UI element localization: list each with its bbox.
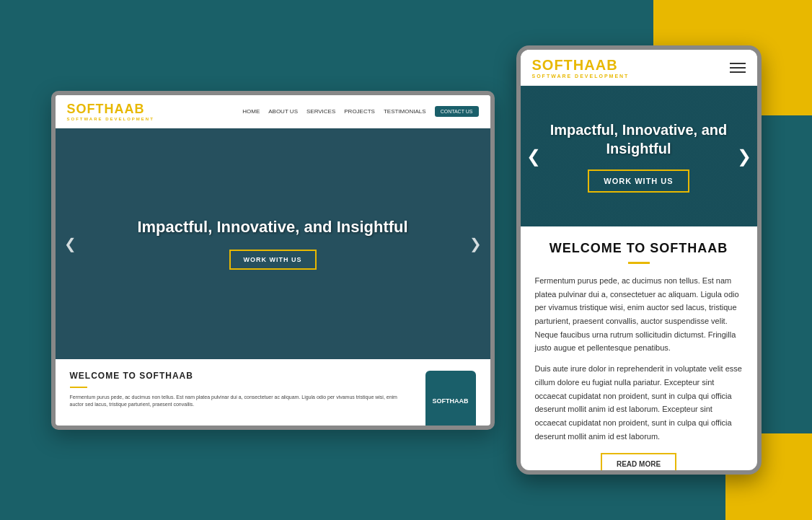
mobile-welcome-divider: [628, 262, 650, 264]
desktop-logo-sub: SOFTWARE DEVELOPMENT: [67, 117, 154, 121]
desktop-hero: Impactful, Innovative, and Insightful WO…: [56, 128, 490, 359]
desktop-welcome-divider: [70, 387, 87, 388]
desktop-arrow-right[interactable]: ❯: [469, 235, 482, 252]
desktop-nav-links: HOME ABOUT US SERVICES PROJECTS TESTIMON…: [242, 106, 478, 117]
mobile-logo-text2: HAAB: [573, 57, 618, 73]
desktop-arrow-left[interactable]: ❮: [64, 235, 76, 252]
mobile-logo-text1: SOFT: [532, 57, 573, 73]
desktop-welcome-section: WELCOME TO SOFTHAAB Fermentum purus pede…: [56, 359, 490, 430]
main-container: SOFTHAAB SOFTWARE DEVELOPMENT HOME ABOUT…: [0, 0, 812, 520]
mobile-logo-sub: SOFTWARE DEVELOPMENT: [532, 74, 630, 79]
nav-contact-btn[interactable]: CONTACT US: [435, 106, 479, 117]
hamburger-line-2: [730, 67, 746, 69]
phone-preview-logo: SOFTHAAB: [433, 397, 469, 405]
mobile-nav: SOFTHAAB SOFTWARE DEVELOPMENT: [521, 50, 757, 86]
mobile-arrow-right[interactable]: ❯: [737, 146, 751, 167]
nav-home[interactable]: HOME: [242, 108, 260, 115]
nav-testimonials[interactable]: TESTIMONIALS: [384, 108, 426, 115]
mobile-arrow-left[interactable]: ❮: [526, 146, 541, 167]
mobile-read-more-button[interactable]: READ MORE: [601, 453, 676, 475]
desktop-nav: SOFTHAAB SOFTWARE DEVELOPMENT HOME ABOUT…: [56, 95, 490, 128]
desktop-logo: SOFTHAAB SOFTWARE DEVELOPMENT: [67, 102, 154, 121]
desktop-hero-content: Impactful, Innovative, and Insightful WO…: [137, 217, 407, 270]
desktop-welcome-paragraph: Fermentum purus pede, ac ducimus non tel…: [70, 394, 411, 409]
logo-text-part2: HAAB: [105, 102, 145, 116]
desktop-welcome-text: WELCOME TO SOFTHAAB Fermentum purus pede…: [70, 371, 411, 409]
mobile-cta-button[interactable]: WORK WITH US: [588, 169, 689, 193]
desktop-mockup: SOFTHAAB SOFTWARE DEVELOPMENT HOME ABOUT…: [51, 91, 495, 430]
mobile-welcome-section: WELCOME TO SOFTHAAB Fermentum purus pede…: [521, 226, 757, 475]
mobile-hamburger-icon[interactable]: [730, 63, 746, 73]
mobile-welcome-title: WELCOME TO SOFTHAAB: [535, 241, 743, 256]
mobile-welcome-paragraph2: Duis aute irure dolor in reprehenderit i…: [535, 362, 743, 443]
mobile-welcome-paragraph1: Fermentum purus pede, ac ducimus non tel…: [535, 274, 743, 355]
hamburger-line-1: [730, 63, 746, 64]
desktop-hero-title: Impactful, Innovative, and Insightful: [137, 217, 407, 238]
mobile-hero-title: Impactful, Innovative, and Insightful: [542, 120, 736, 158]
mobile-logo: SOFTHAAB SOFTWARE DEVELOPMENT: [532, 57, 630, 79]
mobile-hero: Impactful, Innovative, and Insightful WO…: [521, 86, 757, 226]
desktop-welcome-title: WELCOME TO SOFTHAAB: [70, 371, 411, 381]
mobile-mockup: SOFTHAAB SOFTWARE DEVELOPMENT Impactful,…: [516, 45, 762, 475]
nav-about[interactable]: ABOUT US: [268, 108, 298, 115]
mobile-logo-block: SOFTHAAB SOFTWARE DEVELOPMENT: [532, 57, 630, 79]
nav-services[interactable]: SERVICES: [306, 108, 335, 115]
nav-projects[interactable]: PROJECTS: [344, 108, 375, 115]
hamburger-line-3: [730, 71, 746, 73]
logo-text-part1: SOFT: [67, 102, 105, 116]
desktop-phone-preview: SOFTHAAB: [425, 371, 476, 430]
desktop-cta-button[interactable]: WORK WITH US: [229, 250, 317, 270]
desktop-logo-block: SOFTHAAB SOFTWARE DEVELOPMENT: [67, 102, 154, 121]
